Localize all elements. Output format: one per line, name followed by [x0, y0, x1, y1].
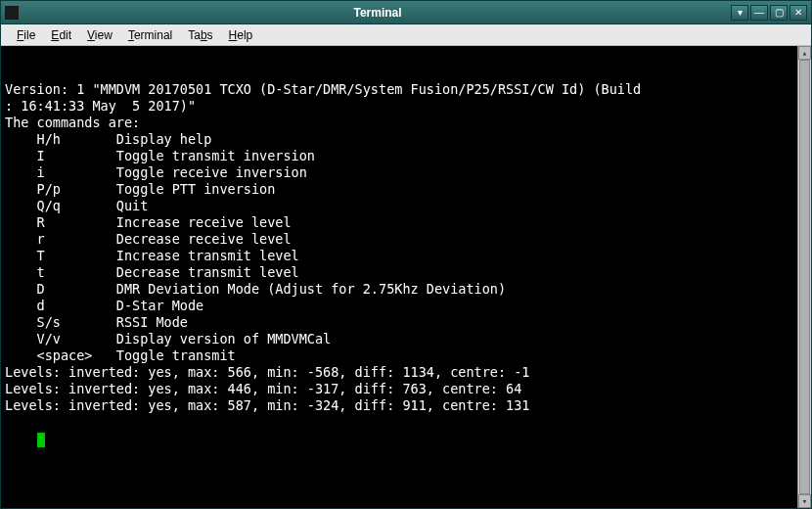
- menu-tabs[interactable]: Tabs: [180, 26, 220, 44]
- menu-terminal[interactable]: Terminal: [120, 26, 180, 44]
- terminal-window: Terminal ▾ — ▢ ✕ File Edit View Terminal…: [0, 0, 812, 509]
- terminal-app-icon: [5, 6, 19, 20]
- menu-help[interactable]: Help: [221, 26, 261, 44]
- scroll-track[interactable]: [798, 60, 811, 494]
- menu-file[interactable]: File: [9, 26, 43, 44]
- scroll-up-icon[interactable]: ▴: [798, 46, 811, 60]
- stick-button[interactable]: ▾: [731, 5, 748, 21]
- minimize-button[interactable]: —: [750, 5, 768, 21]
- menubar: File Edit View Terminal Tabs Help: [1, 24, 811, 46]
- scroll-down-icon[interactable]: ▾: [798, 494, 811, 508]
- menu-view[interactable]: View: [79, 26, 120, 44]
- maximize-button[interactable]: ▢: [770, 5, 788, 21]
- window-title: Terminal: [24, 6, 731, 20]
- scroll-thumb[interactable]: [799, 60, 810, 494]
- terminal-body[interactable]: Version: 1 "MMDVM 20170501 TCXO (D-Star/…: [1, 46, 811, 508]
- cursor: [37, 433, 45, 447]
- close-button[interactable]: ✕: [789, 5, 807, 21]
- window-controls: ▾ — ▢ ✕: [731, 5, 807, 21]
- terminal-content: Version: 1 "MMDVM 20170501 TCXO (D-Star/…: [5, 81, 807, 414]
- menu-edit[interactable]: Edit: [43, 26, 79, 44]
- titlebar[interactable]: Terminal ▾ — ▢ ✕: [1, 1, 811, 24]
- scrollbar[interactable]: ▴ ▾: [797, 46, 811, 508]
